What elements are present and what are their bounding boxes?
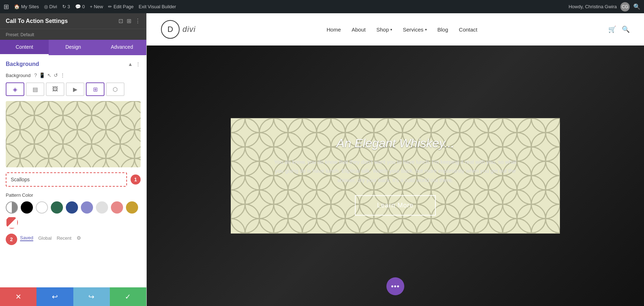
swatch-custom[interactable] bbox=[6, 201, 18, 214]
color-tab-saved[interactable]: Saved bbox=[20, 235, 33, 241]
panel-header-icons: ⊡ ⊞ ⋮ bbox=[118, 18, 141, 24]
services-dropdown-icon: ▾ bbox=[425, 28, 427, 32]
cart-icon[interactable]: 🛒 bbox=[608, 25, 616, 33]
badge2-color-row: 2 Saved Global Recent ⚙ bbox=[6, 234, 141, 245]
howdy-text: Howdy, Christina Gwira bbox=[569, 4, 617, 9]
more-icon[interactable]: ⋮ bbox=[135, 18, 141, 24]
bg-type-video[interactable]: ▶ bbox=[66, 82, 84, 96]
bg-type-image[interactable]: 🖼 bbox=[46, 82, 64, 96]
swatch-dark-green[interactable] bbox=[51, 201, 63, 214]
comments-link[interactable]: 💬 0 bbox=[75, 4, 85, 9]
shop-dropdown-icon: ▾ bbox=[390, 28, 392, 32]
bg-controls: ? 📱 ↖ ↺ ⋮ bbox=[34, 72, 65, 78]
section-header-icons: ▲ ⋮ bbox=[128, 61, 141, 67]
nav-shop[interactable]: Shop ▾ bbox=[376, 27, 392, 33]
bg-type-gradient[interactable]: ▤ bbox=[26, 82, 44, 96]
refresh-icon: ↻ bbox=[62, 4, 66, 9]
preset-label[interactable]: Preset: Default bbox=[6, 32, 34, 37]
nav-contact[interactable]: Contact bbox=[459, 27, 478, 33]
dots-icon: ••• bbox=[391, 282, 400, 291]
bg-type-color[interactable]: ◈ bbox=[6, 82, 24, 96]
color-settings-icon[interactable]: ⚙ bbox=[77, 235, 81, 241]
main-layout: Call To Action Settings ⊡ ⊞ ⋮ Preset: De… bbox=[0, 13, 644, 306]
user-avatar[interactable]: CG bbox=[620, 2, 630, 11]
swatch-lavender[interactable] bbox=[81, 201, 93, 214]
wp-icon[interactable]: ⊞ bbox=[4, 3, 9, 11]
admin-bar: ⊞ 🏠 My Sites ◎ Divi ↻ 3 💬 0 + New ✏ Edit… bbox=[0, 0, 644, 13]
tab-design[interactable]: Design bbox=[49, 40, 97, 55]
cancel-button[interactable]: ✕ bbox=[0, 287, 36, 306]
redo-button[interactable]: ↪ bbox=[73, 287, 110, 306]
swatch-light-gray[interactable] bbox=[96, 201, 108, 214]
tab-advanced[interactable]: Advanced bbox=[98, 40, 146, 55]
nav-about[interactable]: About bbox=[352, 27, 366, 33]
tab-content[interactable]: Content bbox=[0, 40, 49, 55]
nav-menu: Home About Shop ▾ Services ▾ Blog Contac bbox=[327, 27, 478, 33]
bg-field-label: Background bbox=[6, 73, 30, 78]
background-row: Background ? 📱 ↖ ↺ ⋮ bbox=[6, 72, 141, 78]
admin-bar-left: ⊞ 🏠 My Sites ◎ Divi ↻ 3 💬 0 + New ✏ Edit… bbox=[4, 3, 564, 11]
updates-link[interactable]: ↻ 3 bbox=[62, 4, 70, 9]
collapse-icon[interactable]: ▲ bbox=[128, 61, 133, 67]
swatch-gold[interactable] bbox=[126, 201, 138, 214]
swatch-navy[interactable] bbox=[66, 201, 78, 214]
confirm-button[interactable]: ✓ bbox=[110, 287, 146, 306]
swatch-white[interactable] bbox=[36, 201, 48, 214]
mobile-icon[interactable]: 📱 bbox=[39, 72, 45, 78]
responsive-icon[interactable]: ⊡ bbox=[118, 18, 123, 24]
nav-services[interactable]: Services ▾ bbox=[403, 27, 427, 33]
right-content: D divi Home About Shop ▾ Services ▾ bbox=[147, 13, 644, 306]
pattern-color-label: Pattern Color bbox=[6, 192, 141, 198]
bg-type-bar: ◈ ▤ 🖼 ▶ ⊞ ⬡ bbox=[6, 82, 141, 96]
background-section-header: Background ▲ ⋮ bbox=[6, 61, 141, 67]
cta-title: An Elegant Whiskey... bbox=[252, 136, 538, 150]
color-tabs-row: Saved Global Recent ⚙ bbox=[20, 235, 81, 241]
nav-search-icon[interactable]: 🔍 bbox=[622, 25, 630, 33]
color-tab-global[interactable]: Global bbox=[38, 235, 52, 241]
panel-header: Call To Action Settings ⊡ ⊞ ⋮ bbox=[0, 13, 146, 29]
exit-builder-link[interactable]: Exit Visual Builder bbox=[139, 4, 176, 9]
site-logo: D divi bbox=[161, 20, 196, 39]
learn-more-button[interactable]: Learn More bbox=[355, 195, 436, 216]
tab-bar: Content Design Advanced bbox=[0, 40, 146, 55]
pattern-preview bbox=[6, 101, 141, 167]
logo-circle: D bbox=[161, 20, 180, 39]
section-more-icon[interactable]: ⋮ bbox=[136, 61, 141, 67]
comment-icon: 💬 bbox=[75, 4, 81, 9]
columns-icon[interactable]: ⊞ bbox=[127, 18, 131, 24]
color-tab-recent[interactable]: Recent bbox=[57, 235, 71, 241]
swatch-black[interactable] bbox=[21, 201, 33, 214]
reset-icon[interactable]: ↺ bbox=[54, 72, 58, 78]
hero-area: An Elegant Whiskey... You do know, you d… bbox=[147, 46, 644, 306]
cursor-icon[interactable]: ↖ bbox=[47, 72, 52, 78]
divi-icon: ◎ bbox=[44, 4, 48, 9]
nav-blog[interactable]: Blog bbox=[438, 27, 448, 33]
new-content-link[interactable]: + New bbox=[90, 4, 103, 9]
cta-module[interactable]: An Elegant Whiskey... You do know, you d… bbox=[231, 118, 560, 234]
float-action-button[interactable]: ••• bbox=[386, 277, 404, 295]
my-sites-link[interactable]: 🏠 My Sites bbox=[14, 4, 39, 9]
more-bg-icon[interactable]: ⋮ bbox=[60, 72, 65, 78]
pattern-dropdown-row: Scallops None Circles Diamonds Dots Tria… bbox=[6, 172, 141, 187]
nav-icons: 🛒 🔍 bbox=[608, 25, 630, 33]
bg-type-mask[interactable]: ⬡ bbox=[106, 82, 125, 96]
pencil-icon: ✏ bbox=[108, 4, 112, 9]
search-icon[interactable]: 🔍 bbox=[633, 3, 640, 10]
houses-icon: 🏠 bbox=[14, 4, 20, 9]
undo-button[interactable]: ↩ bbox=[36, 287, 73, 306]
site-nav: D divi Home About Shop ▾ Services ▾ bbox=[147, 13, 644, 46]
pattern-color-section: Pattern Color 2 bbox=[6, 192, 141, 245]
help-icon[interactable]: ? bbox=[34, 72, 37, 78]
bg-type-pattern[interactable]: ⊞ bbox=[86, 82, 104, 96]
pattern-select[interactable]: Scallops None Circles Diamonds Dots Tria… bbox=[6, 172, 127, 187]
swatch-pink[interactable] bbox=[111, 201, 123, 214]
panel-title: Call To Action Settings bbox=[6, 18, 68, 24]
site-name-link[interactable]: ◎ Divi bbox=[44, 4, 57, 9]
scallop-pattern-display bbox=[6, 101, 141, 167]
edit-page-link[interactable]: ✏ Edit Page bbox=[108, 4, 133, 9]
logo-text: divi bbox=[182, 25, 196, 34]
swatch-red[interactable] bbox=[6, 216, 18, 229]
cta-body: You do know, you do know that they don't… bbox=[270, 157, 521, 185]
nav-home[interactable]: Home bbox=[327, 27, 341, 33]
admin-bar-right: Howdy, Christina Gwira CG 🔍 bbox=[569, 2, 640, 11]
